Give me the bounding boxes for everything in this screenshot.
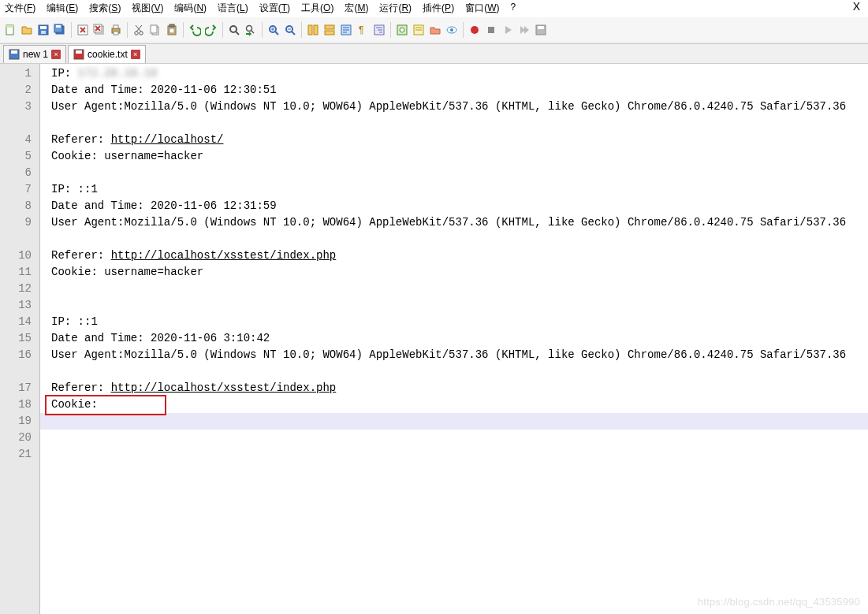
sync-v-icon[interactable] bbox=[306, 23, 320, 37]
menu-item[interactable]: 运行(R) bbox=[378, 2, 413, 17]
run-multi-icon[interactable] bbox=[517, 23, 531, 37]
menu-item[interactable]: 窗口(W) bbox=[464, 2, 501, 17]
open-folder-icon[interactable] bbox=[20, 23, 34, 37]
svg-rect-38 bbox=[308, 25, 312, 35]
redo-icon[interactable] bbox=[204, 23, 218, 37]
save-all-icon[interactable] bbox=[53, 23, 67, 37]
line-number: 9 bbox=[0, 214, 39, 247]
code-line[interactable] bbox=[40, 297, 868, 314]
line-number: 20 bbox=[0, 430, 39, 446]
close-icon[interactable]: X bbox=[853, 0, 860, 13]
indent-guide-icon[interactable] bbox=[372, 23, 386, 37]
code-line[interactable]: Date and Time: 2020-11-06 12:31:59 bbox=[40, 198, 868, 214]
stop-macro-icon[interactable] bbox=[484, 23, 498, 37]
link-text[interactable]: http://localhost/ bbox=[111, 133, 224, 146]
code-line[interactable]: User Agent:Mozilla/5.0 (Windows NT 10.0;… bbox=[40, 347, 868, 380]
line-number: 3 bbox=[0, 99, 39, 132]
tab-close-icon[interactable]: × bbox=[51, 50, 61, 59]
code-line[interactable]: Cookie: username=hacker bbox=[40, 148, 868, 165]
menu-item[interactable]: 搜索(S) bbox=[88, 2, 122, 17]
svg-line-21 bbox=[136, 25, 141, 32]
code-line[interactable]: Referer: http://localhost/xsstest/index.… bbox=[40, 247, 868, 264]
show-all-chars-icon[interactable]: ¶ bbox=[356, 23, 370, 37]
monitor-icon[interactable] bbox=[445, 23, 459, 37]
code-line[interactable]: Referer: http://localhost/ bbox=[40, 132, 868, 148]
undo-icon[interactable] bbox=[188, 23, 202, 37]
code-line[interactable]: Cookie: bbox=[40, 396, 868, 413]
menu-item[interactable]: 编辑(E) bbox=[45, 2, 80, 17]
save-icon[interactable] bbox=[36, 23, 50, 37]
code-line[interactable]: Cookie: username=hacker bbox=[40, 264, 868, 281]
svg-point-18 bbox=[135, 32, 138, 35]
menu-item[interactable]: 宏(M) bbox=[343, 2, 370, 17]
code-line[interactable]: User Agent:Mozilla/5.0 (Windows NT 10.0;… bbox=[40, 214, 868, 247]
zoom-out-icon[interactable] bbox=[283, 23, 297, 37]
code-line[interactable]: Date and Time: 2020-11-06 3:10:42 bbox=[40, 330, 868, 347]
code-line[interactable] bbox=[40, 413, 868, 430]
code-line[interactable] bbox=[40, 281, 868, 297]
print-icon[interactable] bbox=[109, 23, 123, 37]
code-line[interactable] bbox=[40, 430, 868, 446]
line-number: 10 bbox=[0, 247, 39, 264]
code-line[interactable]: User Agent:Mozilla/5.0 (Windows NT 10.0;… bbox=[40, 99, 868, 132]
menu-item[interactable]: 文件(F) bbox=[3, 2, 37, 17]
code-line[interactable]: Referer: http://localhost/xsstest/index.… bbox=[40, 380, 868, 396]
link-text[interactable]: http://localhost/xsstest/index.php bbox=[111, 381, 337, 394]
line-number: 19 bbox=[0, 413, 39, 430]
play-macro-icon[interactable] bbox=[501, 23, 515, 37]
file-tab[interactable]: new 1× bbox=[3, 45, 66, 63]
unsaved-file-icon bbox=[73, 49, 84, 60]
line-number: 8 bbox=[0, 198, 39, 214]
menu-item[interactable]: 语言(L) bbox=[216, 2, 250, 17]
menu-item[interactable]: 编码(N) bbox=[173, 2, 208, 17]
replace-icon[interactable] bbox=[244, 23, 258, 37]
wrap-icon[interactable] bbox=[339, 23, 353, 37]
watermark: https://blog.csdn.net/qq_43535990 bbox=[698, 596, 860, 608]
code-line[interactable]: IP: ::1 bbox=[40, 314, 868, 330]
tab-close-icon[interactable]: × bbox=[131, 50, 140, 59]
menu-item[interactable]: 设置(T) bbox=[258, 2, 292, 17]
close-all-icon[interactable] bbox=[92, 23, 106, 37]
menu-item[interactable]: 视图(V) bbox=[130, 2, 165, 17]
saved-file-icon bbox=[9, 49, 20, 60]
menu-item[interactable]: ? bbox=[509, 2, 517, 17]
svg-line-30 bbox=[251, 31, 255, 34]
zoom-in-icon[interactable] bbox=[266, 23, 281, 37]
toolbar: ¶ bbox=[0, 17, 868, 43]
record-macro-icon[interactable] bbox=[468, 23, 482, 37]
code-line[interactable] bbox=[40, 446, 868, 463]
svg-rect-23 bbox=[151, 25, 157, 33]
code-line[interactable] bbox=[40, 165, 868, 181]
code-area[interactable]: IP: 172.20.10.10Date and Time: 2020-11-0… bbox=[40, 64, 868, 614]
sync-h-icon[interactable] bbox=[322, 23, 337, 37]
save-macro-icon[interactable] bbox=[534, 23, 548, 37]
code-line[interactable]: Date and Time: 2020-11-06 12:30:51 bbox=[40, 82, 868, 99]
code-line[interactable]: IP: 172.20.10.10 bbox=[40, 65, 868, 82]
menu-item[interactable]: 插件(P) bbox=[421, 2, 456, 17]
tabbar: new 1×cookie.txt× bbox=[0, 43, 868, 64]
doc-map-icon[interactable] bbox=[412, 23, 426, 37]
svg-point-29 bbox=[247, 26, 252, 32]
link-text[interactable]: http://localhost/xsstest/index.php bbox=[111, 249, 337, 262]
paste-icon[interactable] bbox=[165, 23, 179, 37]
new-file-icon[interactable] bbox=[3, 23, 17, 37]
cut-icon[interactable] bbox=[132, 23, 146, 37]
file-tab[interactable]: cookie.txt× bbox=[68, 45, 146, 63]
menubar: 文件(F)编辑(E)搜索(S)视图(V)编码(N)语言(L)设置(T)工具(O)… bbox=[0, 0, 868, 17]
line-gutter: 123456789101112131415161718192021 bbox=[0, 64, 40, 614]
toolbar-sep bbox=[222, 22, 223, 38]
svg-rect-17 bbox=[114, 32, 118, 35]
svg-rect-4 bbox=[41, 31, 46, 34]
svg-rect-3 bbox=[40, 26, 47, 29]
copy-icon[interactable] bbox=[148, 23, 162, 37]
code-line[interactable]: IP: ::1 bbox=[40, 181, 868, 198]
line-number: 11 bbox=[0, 264, 39, 281]
lang-icon[interactable] bbox=[395, 23, 409, 37]
line-number: 14 bbox=[0, 314, 39, 330]
find-icon[interactable] bbox=[227, 23, 241, 37]
line-number: 4 bbox=[0, 132, 39, 148]
menu-item[interactable]: 工具(O) bbox=[300, 2, 335, 17]
folder-as-workspace-icon[interactable] bbox=[428, 23, 442, 37]
svg-point-49 bbox=[400, 28, 404, 32]
close-file-icon[interactable] bbox=[76, 23, 90, 37]
